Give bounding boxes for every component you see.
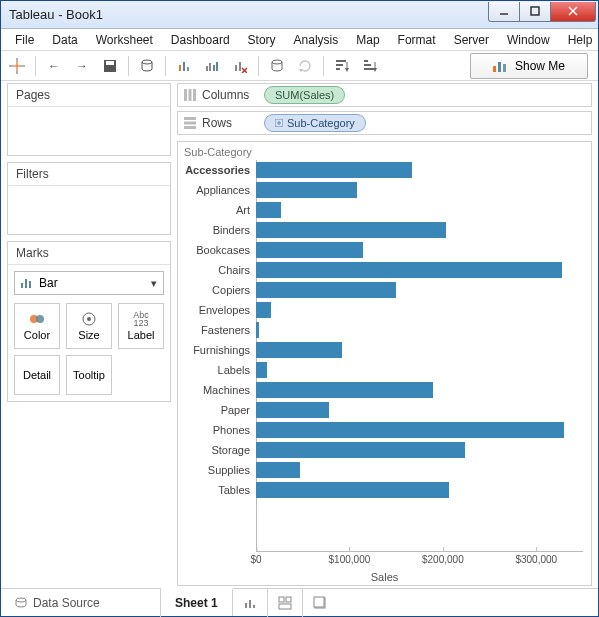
chart-row[interactable]: Copiers: [178, 280, 591, 300]
viz-area[interactable]: Sub-Category AccessoriesAppliancesArtBin…: [177, 141, 592, 586]
bar[interactable]: [256, 322, 259, 338]
svg-rect-32: [364, 68, 374, 70]
bar[interactable]: [256, 382, 433, 398]
chart-row[interactable]: Art: [178, 200, 591, 220]
mark-type-dropdown[interactable]: Bar: [14, 271, 164, 295]
rows-pill-subcategory[interactable]: Sub-Category: [264, 114, 366, 132]
row-label: Accessories: [178, 164, 256, 176]
columns-pill-sum-sales[interactable]: SUM(Sales): [264, 86, 345, 104]
chart-row[interactable]: Chairs: [178, 260, 591, 280]
menu-story[interactable]: Story: [240, 31, 284, 49]
menu-worksheet[interactable]: Worksheet: [88, 31, 161, 49]
bar[interactable]: [256, 442, 465, 458]
bar[interactable]: [256, 282, 396, 298]
swap-button[interactable]: [265, 54, 289, 78]
menu-map[interactable]: Map: [348, 31, 387, 49]
show-me-button[interactable]: Show Me: [470, 53, 588, 79]
chart-row[interactable]: Fasteners: [178, 320, 591, 340]
svg-point-12: [142, 60, 152, 64]
chart-row[interactable]: Furnishings: [178, 340, 591, 360]
marks-detail-button[interactable]: Detail: [14, 355, 60, 395]
svg-rect-38: [25, 279, 27, 288]
chart-row[interactable]: Storage: [178, 440, 591, 460]
menu-analysis[interactable]: Analysis: [286, 31, 347, 49]
menu-window[interactable]: Window: [499, 31, 558, 49]
bar[interactable]: [256, 362, 267, 378]
chart-row[interactable]: Machines: [178, 380, 591, 400]
svg-rect-61: [314, 597, 324, 607]
new-story-tab[interactable]: [303, 589, 337, 617]
close-button[interactable]: [550, 2, 596, 22]
data-source-icon: [15, 597, 27, 609]
chart-row[interactable]: Phones: [178, 420, 591, 440]
menu-format[interactable]: Format: [390, 31, 444, 49]
bar-icon: [21, 278, 33, 288]
menu-server[interactable]: Server: [446, 31, 497, 49]
row-label: Labels: [178, 364, 256, 376]
svg-rect-11: [106, 61, 114, 65]
mark-type-label: Bar: [39, 276, 58, 290]
bar[interactable]: [256, 402, 329, 418]
rows-shelf[interactable]: Rows Sub-Category: [177, 111, 592, 135]
svg-rect-30: [364, 60, 368, 62]
tab-sheet-1[interactable]: Sheet 1: [161, 588, 233, 616]
chart-row[interactable]: Appliances: [178, 180, 591, 200]
maximize-button[interactable]: [519, 2, 551, 22]
svg-point-41: [36, 315, 44, 323]
pages-shelf[interactable]: Pages: [7, 83, 171, 156]
svg-rect-19: [216, 62, 218, 71]
menu-help[interactable]: Help: [560, 31, 599, 49]
marks-color-button[interactable]: Color: [14, 303, 60, 349]
bar[interactable]: [256, 462, 300, 478]
chart-row[interactable]: Bookcases: [178, 240, 591, 260]
svg-rect-44: [184, 89, 187, 101]
chart-row[interactable]: Paper: [178, 400, 591, 420]
chart-row[interactable]: Supplies: [178, 460, 591, 480]
svg-rect-13: [179, 65, 181, 71]
chart-row[interactable]: Accessories: [178, 160, 591, 180]
tab-data-source[interactable]: Data Source: [1, 589, 161, 617]
row-label: Phones: [178, 424, 256, 436]
svg-rect-39: [29, 281, 31, 288]
new-worksheet-button[interactable]: [172, 54, 196, 78]
bar[interactable]: [256, 342, 342, 358]
filters-shelf[interactable]: Filters: [7, 162, 171, 235]
chart-row[interactable]: Envelopes: [178, 300, 591, 320]
bar-chart: AccessoriesAppliancesArtBindersBookcases…: [178, 160, 591, 551]
marks-label-button[interactable]: Abc123 Label: [118, 303, 164, 349]
bar[interactable]: [256, 422, 564, 438]
undo-button[interactable]: ←: [42, 54, 66, 78]
svg-rect-14: [183, 62, 185, 71]
columns-shelf[interactable]: Columns SUM(Sales): [177, 83, 592, 107]
menu-file[interactable]: File: [7, 31, 42, 49]
duplicate-sheet-button[interactable]: [200, 54, 224, 78]
refresh-button[interactable]: [293, 54, 317, 78]
bar[interactable]: [256, 202, 281, 218]
data-connect-button[interactable]: [135, 54, 159, 78]
bar[interactable]: [256, 302, 271, 318]
menu-dashboard[interactable]: Dashboard: [163, 31, 238, 49]
sort-asc-button[interactable]: [330, 54, 354, 78]
marks-size-button[interactable]: Size: [66, 303, 112, 349]
sort-desc-button[interactable]: [358, 54, 382, 78]
chart-row[interactable]: Tables: [178, 480, 591, 500]
chart-row[interactable]: Labels: [178, 360, 591, 380]
bar[interactable]: [256, 162, 412, 178]
tableau-logo-icon[interactable]: [5, 54, 29, 78]
clear-sheet-button[interactable]: [228, 54, 252, 78]
bar[interactable]: [256, 222, 446, 238]
bar[interactable]: [256, 182, 357, 198]
save-button[interactable]: [98, 54, 122, 78]
chart-row[interactable]: Binders: [178, 220, 591, 240]
minimize-button[interactable]: [488, 2, 520, 22]
redo-button[interactable]: →: [70, 54, 94, 78]
bar[interactable]: [256, 242, 363, 258]
new-worksheet-tab[interactable]: [233, 589, 268, 617]
marks-card: Marks Bar Color Size: [7, 241, 171, 402]
marks-tooltip-button[interactable]: Tooltip: [66, 355, 112, 395]
new-dashboard-tab[interactable]: [268, 589, 303, 617]
bar[interactable]: [256, 262, 562, 278]
bar[interactable]: [256, 482, 449, 498]
menu-data[interactable]: Data: [44, 31, 85, 49]
row-label: Supplies: [178, 464, 256, 476]
